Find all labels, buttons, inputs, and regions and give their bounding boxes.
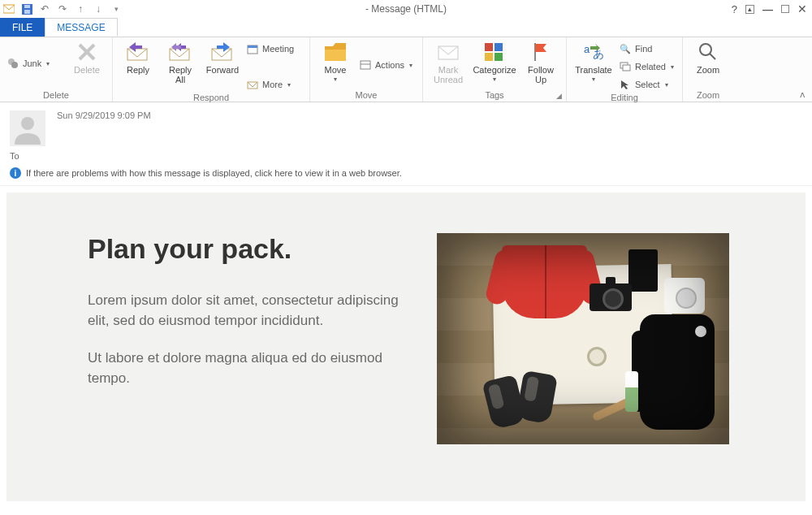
- group-zoom: Zoom Zoom: [683, 37, 733, 102]
- ribbon-display-icon[interactable]: ▴: [745, 5, 754, 14]
- categorize-icon: [482, 41, 508, 63]
- quick-access-toolbar: ↶ ↷ ↑ ↓ ▾: [3, 3, 122, 15]
- delete-label: Delete: [74, 65, 100, 75]
- related-label: Related: [635, 62, 666, 71]
- move-folder-icon: [322, 41, 348, 63]
- svg-rect-9: [170, 49, 189, 60]
- avatar: [10, 110, 45, 146]
- tab-message[interactable]: MESSAGE: [45, 18, 117, 37]
- group-respond-label: Respond: [119, 93, 303, 104]
- translate-icon: aあ: [581, 41, 607, 63]
- group-editing-label: Editing: [573, 93, 676, 104]
- group-zoom-label: Zoom: [689, 90, 727, 102]
- delete-x-icon: [74, 41, 100, 63]
- mail-icon: [3, 3, 15, 15]
- meeting-button[interactable]: Meeting: [246, 41, 303, 57]
- svg-rect-20: [495, 53, 503, 61]
- svg-rect-25: [623, 65, 630, 71]
- tab-file[interactable]: FILE: [0, 18, 45, 37]
- group-respond: Reply Reply All Forward Meetin: [113, 37, 310, 102]
- info-bar[interactable]: i If there are problems with how this me…: [0, 164, 812, 186]
- svg-rect-12: [248, 45, 257, 48]
- save-icon[interactable]: [21, 3, 32, 15]
- window-title: - Message (HTML): [365, 3, 447, 15]
- mark-unread-icon: [435, 41, 461, 63]
- mark-unread-label: Mark Unread: [434, 65, 463, 84]
- collapse-ribbon-icon[interactable]: ʌ: [800, 89, 806, 100]
- ribbon: Junk▾ Delete Delete Reply: [0, 37, 812, 102]
- move-label: Move: [325, 65, 347, 75]
- delete-button[interactable]: Delete: [68, 39, 106, 75]
- info-icon: i: [10, 167, 21, 179]
- more-label: More: [262, 80, 283, 89]
- help-icon[interactable]: ?: [732, 3, 737, 15]
- zoom-button[interactable]: Zoom: [689, 39, 727, 75]
- find-label: Find: [635, 44, 652, 54]
- translate-button[interactable]: aあ Translate ▾: [573, 39, 614, 84]
- more-button[interactable]: More▾: [246, 76, 303, 93]
- follow-up-label: Follow Up: [528, 65, 554, 84]
- zoom-label: Zoom: [697, 65, 719, 75]
- group-move: Move ▾ Actions▾ Move: [310, 37, 423, 102]
- move-button[interactable]: Move ▾: [317, 39, 354, 84]
- junk-label: Junk: [23, 58, 41, 68]
- email-paragraph-1: Lorem ipsum dolor sit amet, consectetur …: [88, 291, 412, 331]
- to-row: To: [0, 151, 812, 164]
- find-button[interactable]: 🔍 Find: [619, 41, 676, 57]
- mark-unread-button[interactable]: Mark Unread: [430, 39, 467, 84]
- flag-icon: [528, 41, 554, 63]
- meeting-icon: [246, 42, 259, 55]
- follow-up-button[interactable]: Follow Up: [522, 39, 559, 84]
- to-label: To: [10, 151, 19, 161]
- svg-rect-18: [495, 43, 503, 51]
- reply-button[interactable]: Reply: [119, 39, 157, 75]
- message-date: Sun 9/29/2019 9:09 PM: [57, 110, 151, 120]
- select-icon: [619, 78, 632, 91]
- email-body: Plan your pack. Lorem ipsum dolor sit am…: [6, 193, 806, 501]
- group-tags-label: Tags: [430, 90, 559, 102]
- redo-icon[interactable]: ↷: [57, 3, 68, 15]
- tags-dialog-launcher[interactable]: ◢: [556, 92, 564, 100]
- actions-icon: [359, 58, 372, 71]
- titlebar: ↶ ↷ ↑ ↓ ▾ - Message (HTML) ? ▴ — ✕: [0, 0, 812, 18]
- up-arrow-icon[interactable]: ↑: [75, 3, 86, 15]
- minimize-icon[interactable]: —: [762, 3, 773, 15]
- zoom-icon: [695, 41, 721, 63]
- message-header: Sun 9/29/2019 9:09 PM: [0, 102, 812, 151]
- svg-line-27: [710, 54, 715, 59]
- related-button[interactable]: Related▾: [619, 58, 676, 75]
- forward-label: Forward: [206, 65, 239, 75]
- reply-icon: [125, 41, 151, 63]
- group-tags: Mark Unread Categorize ▾ Follow Up Tags …: [423, 37, 567, 102]
- group-delete: Junk▾ Delete Delete: [0, 37, 113, 102]
- junk-button[interactable]: Junk▾: [6, 55, 63, 71]
- svg-rect-8: [127, 49, 147, 60]
- actions-button[interactable]: Actions▾: [359, 57, 416, 73]
- svg-rect-14: [361, 61, 370, 69]
- email-content-text: Plan your pack. Lorem ipsum dolor sit am…: [88, 233, 412, 469]
- more-icon: [246, 78, 259, 91]
- close-icon[interactable]: ✕: [797, 2, 807, 15]
- forward-icon: [209, 41, 235, 63]
- ribbon-tabs: FILE MESSAGE: [0, 18, 812, 37]
- svg-point-28: [21, 117, 34, 130]
- translate-label: Translate: [575, 65, 611, 75]
- undo-icon[interactable]: ↶: [39, 3, 50, 15]
- select-button[interactable]: Select▾: [619, 76, 676, 93]
- group-editing: aあ Translate ▾ 🔍 Find Related▾: [567, 37, 683, 102]
- forward-button[interactable]: Forward: [204, 39, 241, 75]
- svg-point-5: [11, 62, 18, 68]
- qat-customize-icon[interactable]: ▾: [110, 3, 122, 15]
- svg-rect-2: [24, 5, 30, 8]
- junk-icon: [6, 57, 19, 70]
- group-delete-label: Delete: [6, 90, 106, 102]
- svg-rect-17: [485, 43, 493, 51]
- maximize-icon[interactable]: [781, 5, 789, 13]
- reply-all-button[interactable]: Reply All: [162, 39, 199, 84]
- svg-rect-10: [212, 49, 231, 60]
- svg-rect-19: [485, 53, 493, 61]
- categorize-button[interactable]: Categorize ▾: [472, 39, 517, 84]
- select-label: Select: [635, 80, 660, 89]
- down-arrow-icon[interactable]: ↓: [93, 3, 104, 15]
- actions-label: Actions: [375, 60, 404, 70]
